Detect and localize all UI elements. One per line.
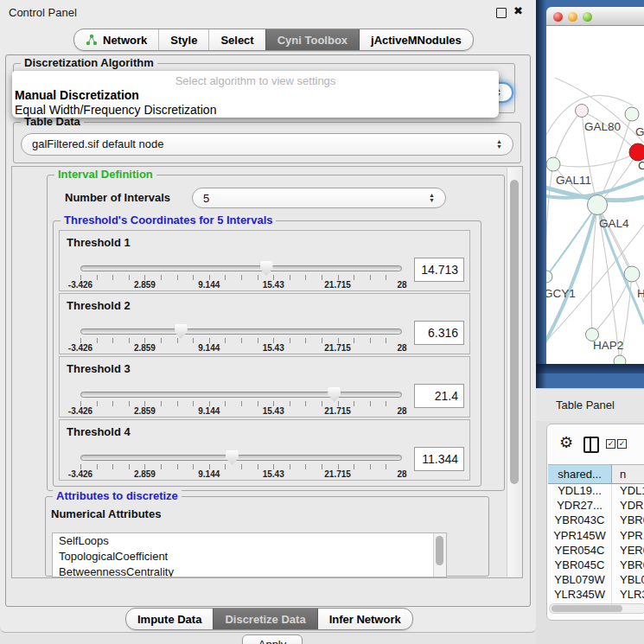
cell-name: YBL0 — [612, 573, 644, 588]
threshold-slider[interactable] — [80, 392, 402, 398]
label-gal4: GAL4 — [599, 217, 629, 230]
node-gal4[interactable] — [588, 195, 608, 215]
interval-definition-title: Interval Definition — [54, 168, 156, 181]
tick-label: 9.144 — [198, 343, 220, 353]
cell-shared-name: YPR145W — [548, 529, 612, 544]
tab-cyni-toolbox[interactable]: Cyni Toolbox — [265, 29, 359, 50]
tab-jactivemnodules[interactable]: jActiveMNodules — [359, 29, 473, 50]
column-header-shared-name[interactable]: shared... — [548, 465, 612, 483]
node-top-right[interactable] — [625, 107, 639, 121]
table-horizontal-scrollbar[interactable] — [549, 603, 644, 614]
table-data-combobox[interactable]: galFiltered.sif default node ▲▼ — [21, 133, 513, 156]
combo-arrows-icon: ▲▼ — [496, 139, 502, 150]
table-row[interactable]: YPR145WYPR1 — [548, 529, 644, 544]
panel-edge-shadow — [536, 0, 546, 388]
tick-label: 2.859 — [134, 280, 156, 290]
table-row[interactable]: YDL19...YDL1 — [548, 484, 644, 499]
threshold-value-field[interactable]: 6.316 — [414, 321, 464, 345]
dropdown-option-equal-width-frequency[interactable]: Equal Width/Frequency Discretization — [15, 103, 216, 117]
node-gal80[interactable] — [576, 105, 589, 118]
threshold-value-field[interactable]: 14.713 — [414, 258, 464, 282]
slider-tick-labels: -3.4262.8599.14415.4321.71528 — [80, 406, 402, 417]
table-row[interactable]: YDR27...YDR2 — [548, 499, 644, 513]
attributes-scrollbar-thumb[interactable] — [436, 536, 443, 565]
tick-label: -3.426 — [68, 469, 92, 479]
node-gal11[interactable] — [546, 157, 560, 171]
attributes-scrollbar[interactable] — [433, 533, 446, 577]
top-tab-bar: NetworkStyleSelectCyni ToolboxjActiveMNo… — [73, 29, 474, 51]
zoom-traffic-light-icon[interactable] — [583, 12, 592, 22]
cell-shared-name: YER054C — [548, 544, 612, 558]
network-window-titlebar — [546, 7, 644, 26]
threshold-value-field[interactable]: 11.344 — [414, 447, 464, 471]
table-panel-card: ⚙ ✓ ✓ shared... n YDL19...YDL1YDR27...YD… — [546, 424, 644, 621]
slider-tick-labels: -3.4262.8599.14415.4321.71528 — [80, 469, 402, 480]
network-canvas[interactable]: GAL80 GAL11 GAL4 GCY1 HAP2 H GA C — [546, 26, 644, 364]
table-row[interactable]: YLR345WYLR3 — [548, 588, 644, 603]
tab-label: Discretize Data — [225, 613, 305, 626]
node-gcy1[interactable] — [546, 271, 552, 283]
attribute-item[interactable]: SelfLoops — [53, 533, 446, 549]
interval-definition-group: Interval Definition Number of Intervals … — [47, 175, 505, 491]
table-row[interactable]: YER054CYER0 — [548, 544, 644, 558]
dropdown-option-manual-discretization[interactable]: Manual Discretization — [15, 88, 139, 102]
checkbox-icon[interactable]: ✓ — [617, 439, 627, 449]
table-horizontal-scrollbar-thumb[interactable] — [552, 605, 622, 612]
numerical-attributes-list[interactable]: SelfLoopsTopologicalCoefficientBetweenne… — [52, 532, 447, 577]
label-ga-partial: GA — [635, 125, 644, 138]
tick-label: 15.43 — [263, 469, 284, 479]
attribute-item[interactable]: BetweennessCentrality — [53, 564, 446, 577]
slider-thumb[interactable] — [328, 387, 341, 402]
settings-scrollbar-thumb[interactable] — [510, 180, 519, 484]
tick-label: 21.715 — [324, 406, 351, 416]
close-traffic-light-icon[interactable] — [553, 12, 563, 22]
tick-label: 28 — [397, 280, 406, 290]
close-icon[interactable]: ✖ — [513, 4, 523, 17]
threshold-row: Threshold 2 -3.4262.8599.14415.4321.7152… — [59, 293, 470, 354]
number-of-intervals-combobox[interactable]: 5 ▲▼ — [192, 188, 446, 208]
node-bottom[interactable] — [614, 355, 626, 364]
tick-label: 21.715 — [324, 469, 351, 479]
tick-label: 28 — [397, 469, 406, 479]
algorithm-dropdown-popup: Select algorithm to view settings Manual… — [12, 71, 499, 118]
table-row[interactable]: YBR043CYBR0 — [548, 513, 644, 528]
tab-style[interactable]: Style — [158, 29, 208, 50]
column-header-name[interactable]: n — [612, 465, 644, 483]
threshold-slider[interactable] — [80, 328, 402, 335]
threshold-slider[interactable] — [80, 265, 402, 271]
minimize-traffic-light-icon[interactable] — [568, 12, 577, 22]
tab-select[interactable]: Select — [208, 29, 265, 50]
gear-icon[interactable]: ⚙ — [559, 435, 573, 450]
network-window: GAL80 GAL11 GAL4 GCY1 HAP2 H GA C — [546, 7, 644, 364]
slider-thumb[interactable] — [175, 324, 188, 339]
checkbox-icon[interactable]: ✓ — [606, 439, 615, 449]
slider-thumb[interactable] — [226, 450, 239, 465]
tick-label: 15.43 — [263, 406, 284, 416]
control-panel-title: Control Panel — [9, 6, 77, 19]
table-row[interactable]: YBR045CYBR0 — [548, 558, 644, 573]
tick-label: -3.426 — [68, 280, 92, 290]
threshold-row: Threshold 3 -3.4262.8599.14415.4321.7152… — [59, 356, 470, 418]
settings-scrollbar[interactable] — [507, 168, 521, 577]
tab-impute-data[interactable]: Impute Data — [126, 609, 213, 629]
threshold-coordinates-group: Threshold's Coordinates for 5 Intervals … — [53, 220, 481, 487]
tick-label: 2.859 — [134, 469, 156, 479]
apply-button[interactable]: Apply — [242, 634, 303, 644]
threshold-slider[interactable] — [80, 455, 402, 461]
bottom-tab-bar: Impute DataDiscretize DataInfer Network — [125, 608, 413, 630]
split-columns-icon[interactable] — [583, 437, 599, 453]
tab-network[interactable]: Network — [74, 29, 158, 50]
threshold-value-field[interactable]: 21.4 — [414, 384, 464, 408]
node-red-selected[interactable] — [629, 143, 644, 161]
cell-name: YBR0 — [612, 558, 644, 573]
tab-discretize-data[interactable]: Discretize Data — [213, 609, 316, 629]
node-h[interactable] — [624, 266, 640, 282]
tab-infer-network[interactable]: Infer Network — [317, 609, 412, 629]
numerical-attributes-label: Numerical Attributes — [51, 507, 161, 520]
table-row[interactable]: YBL079WYBL0 — [548, 573, 644, 588]
attribute-item[interactable]: TopologicalCoefficient — [53, 549, 446, 564]
float-window-icon[interactable] — [496, 8, 507, 18]
slider-thumb[interactable] — [260, 261, 273, 276]
threshold-label: Threshold 2 — [67, 299, 131, 312]
threshold-label: Threshold 1 — [67, 236, 131, 249]
